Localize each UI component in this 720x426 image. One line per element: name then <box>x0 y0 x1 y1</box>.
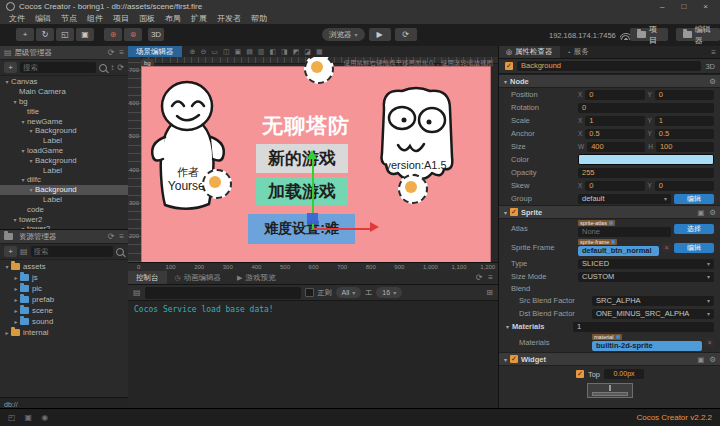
gizmo-x-arrow-icon[interactable] <box>370 222 379 232</box>
opacity-field[interactable]: 255 <box>578 168 714 178</box>
hierarchy-search-input[interactable] <box>20 62 96 73</box>
asset-folder-js[interactable]: ▸js <box>0 272 128 283</box>
sprite-section-header[interactable]: ▾ ✓ Sprite ▣⚙ <box>499 205 720 219</box>
expand-arrow-icon[interactable]: ▾ <box>27 127 35 134</box>
size-w-field[interactable]: 400 <box>587 142 645 152</box>
gear-icon[interactable]: ⚙ <box>709 355 716 364</box>
tree-node-label[interactable]: Label <box>0 195 128 205</box>
tab-console[interactable]: 控制台 <box>128 271 167 284</box>
menu-item[interactable]: 扩展 <box>186 13 212 24</box>
tree-node-code[interactable]: code <box>0 204 128 214</box>
new-game-button[interactable]: 新的游戏 <box>256 144 348 173</box>
panel-menu-icon[interactable]: ≡ <box>119 232 124 241</box>
maximize-button[interactable]: □ <box>681 2 686 11</box>
scene-tool-icon[interactable]: ⊖ <box>200 48 206 56</box>
filter-icon[interactable]: ▤ <box>20 247 28 256</box>
size-mode-dropdown[interactable]: CUSTOM▾ <box>578 272 714 282</box>
tree-node-title[interactable]: title <box>0 106 128 116</box>
sprite-frame-field[interactable]: default_btn_normal <box>578 246 659 256</box>
console-filter-input[interactable] <box>145 287 301 299</box>
open-project-button[interactable]: 项目 <box>630 28 668 41</box>
refresh-icon[interactable]: ⟳ <box>476 273 483 282</box>
log-level-dropdown[interactable]: All▾ <box>336 287 362 298</box>
panel-menu-icon[interactable]: ≡ <box>119 48 124 57</box>
scene-tool-icon[interactable]: ▥ <box>258 48 265 56</box>
expand-arrow-icon[interactable]: ▾ <box>19 147 27 154</box>
tab-animation-editor[interactable]: ◷动画编辑器 <box>167 271 230 284</box>
status-icon[interactable]: ◉ <box>41 413 48 422</box>
tree-node-tower2[interactable]: ▾tower2 <box>0 214 128 224</box>
minimize-button[interactable]: – <box>660 2 664 11</box>
collapse-arrow-icon[interactable]: ▾ <box>506 323 509 330</box>
transform-tool-icon[interactable]: + <box>16 28 34 41</box>
tree-node-canvas[interactable]: ▾Canvas <box>0 77 128 87</box>
expand-arrow-icon[interactable]: ▸ <box>12 296 20 303</box>
node-name-field[interactable]: Background <box>517 61 701 71</box>
copy-icon[interactable]: ▣ <box>697 208 704 217</box>
scene-tool-icon[interactable]: ◧ <box>269 48 276 56</box>
skew-x-field[interactable]: 0 <box>585 181 644 191</box>
node-active-checkbox[interactable]: ✓ <box>505 62 513 70</box>
expand-arrow-icon[interactable]: ▾ <box>27 157 35 164</box>
expand-arrow-icon[interactable]: ▸ <box>12 274 20 281</box>
tree-node-dilfc[interactable]: ▾dilfc <box>0 175 128 185</box>
expand-arrow-icon[interactable]: ▾ <box>19 118 27 125</box>
collapse-arrow-icon[interactable]: ▾ <box>504 209 507 216</box>
expand-arrow-icon[interactable]: ▾ <box>27 186 35 193</box>
menu-item[interactable]: 布局 <box>160 13 186 24</box>
scene-tool-icon[interactable]: ▣ <box>235 48 242 56</box>
asset-folder-prefab[interactable]: ▸prefab <box>0 294 128 305</box>
position-x-field[interactable]: 0 <box>585 90 644 100</box>
materials-count-field[interactable]: 1 <box>573 322 714 332</box>
gizmo-x-axis[interactable] <box>314 228 372 230</box>
gizmo-toggle-icon[interactable]: ⊗ <box>124 28 142 41</box>
expand-arrow-icon[interactable]: ▸ <box>12 307 20 314</box>
scene-canvas[interactable]: 作者 Yourset version:A1.5 无聊塔防 新的游戏 加载游戏 难… <box>141 66 491 262</box>
refresh-icon[interactable]: ⟳ <box>108 48 115 57</box>
play-button[interactable]: ▶ <box>369 28 391 41</box>
asset-folder-pic[interactable]: ▸pic <box>0 283 128 294</box>
menu-item[interactable]: 项目 <box>108 13 134 24</box>
scene-tool-icon[interactable]: ◪ <box>304 48 311 56</box>
expand-arrow-icon[interactable]: ▾ <box>3 78 11 85</box>
widget-section-header[interactable]: ▾ ✓ Widget ▣⚙ <box>499 352 720 366</box>
gear-icon[interactable]: ⚙ <box>709 77 716 86</box>
egg-decoration[interactable] <box>398 174 428 204</box>
collapse-arrow-icon[interactable]: ▾ <box>504 356 507 363</box>
dst-blend-dropdown[interactable]: ONE_MINUS_SRC_ALPHA▾ <box>592 309 714 319</box>
tree-node-newgame[interactable]: ▾newGame <box>0 116 128 126</box>
scene-tool-icon[interactable]: ⊕ <box>190 48 196 56</box>
color-swatch[interactable] <box>578 154 714 165</box>
close-button[interactable]: × <box>703 2 708 11</box>
expand-arrow-icon[interactable]: ▸ <box>3 329 11 336</box>
asset-folder-assets[interactable]: ▾assets <box>0 261 128 272</box>
tree-node-label[interactable]: Label <box>0 136 128 146</box>
expand-arrow-icon[interactable]: ▾ <box>19 176 27 183</box>
material-field[interactable]: builtin-2d-sprite <box>592 341 702 351</box>
panel-menu-icon[interactable]: ≡ <box>488 273 493 282</box>
scene-viewport[interactable]: 700 600 500 400 300 200 bg 使用鼠标右键拖拽平移画面焦… <box>128 57 498 262</box>
asset-folder-internal[interactable]: ▸internal <box>0 327 128 338</box>
sprite-enabled-checkbox[interactable]: ✓ <box>510 208 518 216</box>
game-title[interactable]: 无聊塔防 <box>252 112 360 140</box>
menu-item[interactable]: 编辑 <box>30 13 56 24</box>
tree-node-main-camera[interactable]: Main Camera <box>0 87 128 97</box>
panel-menu-icon[interactable]: ≡ <box>711 48 716 57</box>
scene-tool-icon[interactable]: ◨ <box>281 48 288 56</box>
anchor-x-field[interactable]: 0.5 <box>585 129 644 139</box>
skew-y-field[interactable]: 0 <box>655 181 714 191</box>
clear-icon[interactable]: × <box>705 338 714 347</box>
edit-group-button[interactable]: 编辑 <box>674 194 714 204</box>
top-offset-field[interactable]: 0.00px <box>604 369 644 379</box>
menu-item[interactable]: 开发者 <box>212 13 246 24</box>
load-game-button[interactable]: 加载游戏 <box>256 177 348 206</box>
status-icon[interactable]: ▣ <box>25 413 33 422</box>
anchor-y-field[interactable]: 0.5 <box>655 129 714 139</box>
select-atlas-button[interactable]: 选择 <box>674 224 714 234</box>
rotation-field[interactable]: 0 <box>578 103 714 113</box>
tab-service[interactable]: ◔服务 <box>560 46 596 58</box>
tree-node-label[interactable]: Label <box>0 165 128 175</box>
tree-node-background[interactable]: ▾Background <box>0 155 128 165</box>
clear-log-icon[interactable]: ▤ <box>133 288 141 297</box>
transform-tool-icon[interactable]: ▣ <box>76 28 94 41</box>
